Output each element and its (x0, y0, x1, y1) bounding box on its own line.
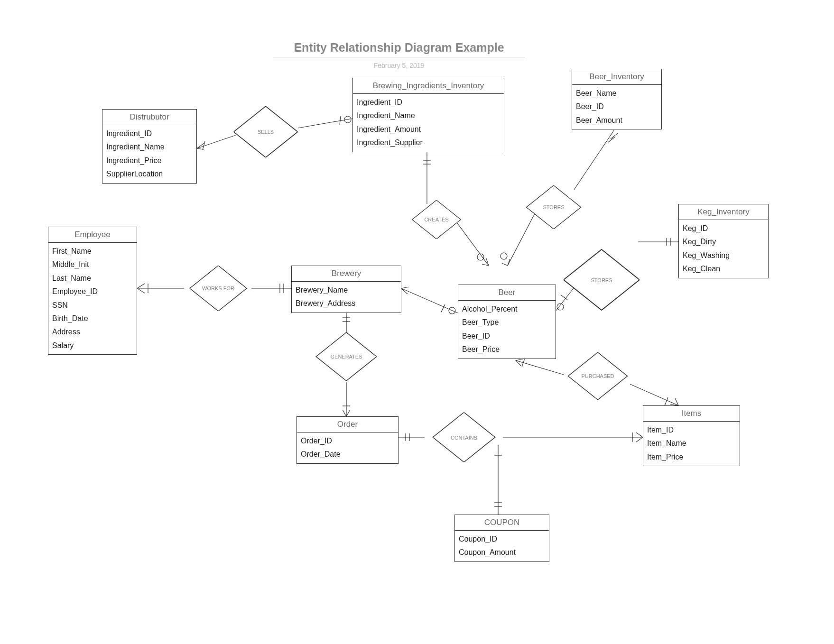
svg-point-37 (449, 307, 455, 314)
entity-attr: Ingredient_ID (106, 127, 193, 140)
entity-attr: Middle_Init (52, 258, 133, 271)
rel-purchased: PURCHASED (562, 352, 633, 400)
entity-items: Items Item_ID Item_Name Item_Price (643, 405, 740, 466)
svg-line-28 (137, 284, 145, 288)
svg-point-25 (557, 304, 564, 310)
svg-line-3 (203, 141, 205, 150)
entity-attr: SupplierLocation (106, 167, 193, 181)
entity-title: Employee (48, 227, 137, 243)
erd-canvas: Entity Relationship Diagram Example Febr… (0, 0, 834, 644)
rel-works-for: WORKS FOR (184, 266, 253, 311)
svg-line-1 (197, 143, 204, 148)
svg-line-11 (482, 264, 489, 266)
entity-attr: Coupon_Amount (459, 546, 545, 559)
entity-title: Distrubutor (102, 110, 196, 125)
title-underline (273, 57, 525, 57)
diagram-title: Entity Relationship Diagram Example (273, 41, 525, 55)
svg-line-38 (441, 304, 445, 312)
entity-attr: Beer_Price (462, 343, 552, 356)
svg-line-4 (298, 119, 352, 128)
entity-attr: Brewery_Name (296, 284, 397, 297)
rel-stores-2: STORES (564, 248, 639, 312)
entity-order: Order Order_ID Order_Date (297, 416, 398, 464)
entity-attr: Keg_Washing (683, 249, 764, 262)
svg-line-18 (502, 263, 508, 266)
entity-coupon: COUPON Coupon_ID Coupon_Amount (454, 515, 549, 562)
entity-attr: Item_ID (647, 423, 736, 437)
rel-label: STORES (543, 204, 564, 210)
rel-label: PURCHASED (581, 373, 614, 379)
rel-label: GENERATES (330, 354, 362, 359)
entity-title: COUPON (455, 515, 549, 531)
entity-title: Beer (458, 285, 556, 301)
svg-line-0 (197, 135, 236, 148)
rel-contains: CONTAINS (425, 413, 503, 462)
svg-line-36 (401, 288, 408, 294)
svg-line-16 (608, 137, 615, 142)
rel-label: CONTAINS (451, 434, 477, 440)
entity-attr: Keg_Dirty (683, 235, 764, 248)
entity-brewing-ingredients-inventory: Brewing_Ingredients_Inventory Ingredient… (352, 78, 504, 152)
rel-creates: CREATES (408, 200, 465, 239)
svg-line-51 (636, 437, 643, 442)
entity-attr: Brewery_Address (296, 297, 397, 310)
svg-line-50 (636, 432, 643, 437)
entity-attr: Beer_ID (576, 100, 658, 113)
svg-line-19 (508, 259, 510, 266)
entity-attr: Beer_ID (462, 330, 552, 343)
entity-attr: Order_Date (301, 448, 394, 461)
rel-sells: SELLS (234, 106, 298, 157)
entity-attr: Ingredient_Name (357, 109, 500, 122)
svg-line-12 (486, 258, 489, 266)
entity-title: Brewery (292, 266, 401, 282)
entity-brewery: Brewery Brewery_Name Brewery_Address (291, 266, 401, 313)
rel-label: WORKS FOR (202, 285, 234, 291)
entity-attr: First_Name (52, 245, 133, 258)
svg-line-35 (401, 287, 409, 288)
entity-attr: Beer_Amount (576, 114, 658, 127)
entity-attr: Coupon_ID (459, 533, 545, 546)
entity-attr: Address (52, 325, 133, 339)
entity-attr: Employee_ID (52, 285, 133, 298)
entity-attr: Ingredient_Amount (357, 123, 500, 136)
svg-point-5 (344, 116, 351, 123)
entity-attr: Salary (52, 339, 133, 352)
diagram-date: February 5, 2019 (273, 62, 525, 69)
svg-line-15 (611, 133, 618, 139)
entity-title: Keg_Inventory (679, 204, 768, 220)
entity-title: Items (643, 406, 740, 422)
entity-distributor: Distrubutor Ingredient_ID Ingredient_Nam… (102, 109, 197, 184)
svg-line-2 (197, 148, 204, 149)
entity-beer-inventory: Beer_Inventory Beer_Name Beer_ID Beer_Am… (572, 69, 662, 129)
entity-attr: Ingredient_Supplier (357, 136, 500, 149)
entity-attr: Birth_Date (52, 312, 133, 325)
entity-attr: Item_Name (647, 437, 736, 450)
entity-attr: Keg_Clean (683, 262, 764, 276)
rel-label: STORES (591, 277, 612, 283)
entity-attr: Keg_ID (683, 222, 764, 235)
entity-attr: Last_Name (52, 272, 133, 285)
svg-line-29 (137, 288, 145, 293)
entity-title: Order (297, 417, 398, 432)
rel-label: SELLS (258, 129, 274, 135)
entity-attr: Alcohol_Percent (462, 303, 552, 316)
entity-beer: Beer Alcohol_Percent Beer_Type Beer_ID B… (458, 285, 556, 359)
entity-title: Beer_Inventory (572, 69, 661, 85)
svg-line-61 (630, 384, 678, 405)
entity-keg-inventory: Keg_Inventory Keg_ID Keg_Dirty Keg_Washi… (678, 204, 769, 278)
svg-point-13 (477, 254, 484, 260)
rel-generates: GENERATES (315, 332, 379, 381)
entity-attr: Ingredient_Name (106, 140, 193, 154)
entity-employee: Employee First_Name Middle_Init Last_Nam… (48, 227, 137, 355)
entity-title: Brewing_Ingredients_Inventory (353, 78, 504, 94)
svg-point-20 (500, 253, 507, 259)
entity-attr: Order_ID (301, 434, 394, 448)
entity-attr: Ingredient_Price (106, 154, 193, 167)
svg-line-59 (516, 360, 521, 366)
svg-line-44 (346, 410, 350, 416)
entity-attr: Ingredient_ID (357, 96, 500, 109)
svg-line-43 (343, 410, 346, 416)
entity-attr: Item_Price (647, 451, 736, 464)
svg-line-58 (516, 359, 523, 360)
svg-line-34 (401, 288, 458, 313)
